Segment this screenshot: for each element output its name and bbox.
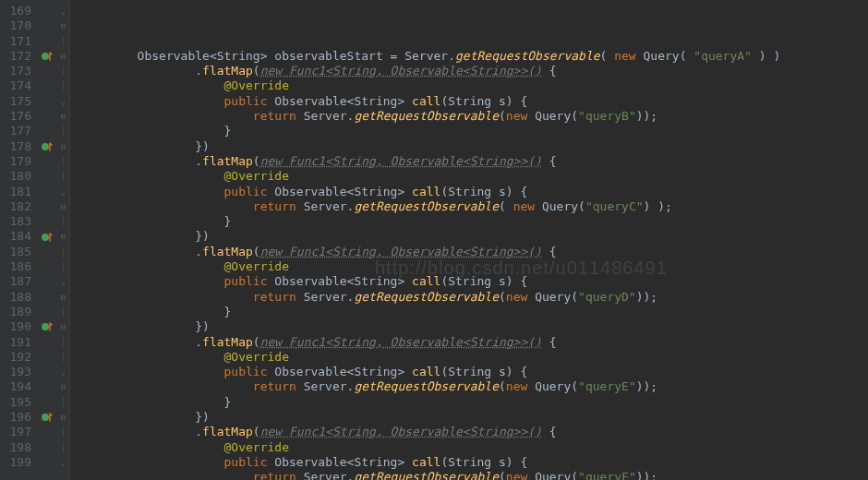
gutter-spacer bbox=[37, 18, 57, 33]
code-line[interactable]: return Server.getRequestObservable(new Q… bbox=[79, 470, 868, 480]
line-number[interactable]: 179 bbox=[0, 154, 31, 169]
code-line[interactable]: return Server.getRequestObservable( new … bbox=[79, 199, 868, 214]
gutter-spacer bbox=[37, 259, 57, 274]
fold-end-icon[interactable]: ⌄ bbox=[57, 365, 69, 379]
code-line[interactable]: return Server.getRequestObservable(new Q… bbox=[79, 109, 868, 124]
code-line[interactable]: }) bbox=[79, 319, 868, 334]
line-number[interactable]: 191 bbox=[0, 335, 31, 350]
token: Server. bbox=[304, 470, 355, 480]
code-line[interactable]: } bbox=[79, 305, 868, 319]
line-number[interactable]: 185 bbox=[0, 245, 31, 259]
token-kw: new bbox=[614, 49, 643, 63]
token: { bbox=[542, 245, 557, 258]
code-line[interactable]: public Observable<String> call(String s)… bbox=[79, 274, 868, 289]
line-number[interactable]: 198 bbox=[0, 440, 31, 455]
line-number[interactable]: 173 bbox=[0, 64, 31, 78]
line-number[interactable]: 192 bbox=[0, 350, 31, 365]
fold-end-icon[interactable]: ⌄ bbox=[57, 94, 69, 109]
line-number[interactable]: 184 bbox=[0, 229, 31, 244]
fold-expanded-icon[interactable]: ⊟ bbox=[57, 199, 69, 214]
line-number[interactable]: 195 bbox=[0, 395, 31, 410]
code-line[interactable]: public Observable<String> call(String s)… bbox=[79, 185, 868, 199]
fold-end-icon[interactable]: ⌄ bbox=[57, 274, 69, 289]
override-gutter-icon[interactable] bbox=[37, 229, 57, 244]
code-line[interactable]: } bbox=[79, 395, 868, 410]
code-line[interactable]: .flatMap(new Func1<String, Observable<St… bbox=[79, 64, 868, 78]
line-number[interactable]: 170 bbox=[0, 18, 31, 33]
fold-expanded-icon[interactable]: ⊟ bbox=[57, 410, 69, 425]
gutter-spacer bbox=[37, 185, 57, 199]
gutter-spacer bbox=[37, 78, 57, 93]
token bbox=[79, 365, 224, 378]
fold-end-icon[interactable]: ⌄ bbox=[57, 4, 69, 18]
fold-expanded-icon[interactable]: ⊟ bbox=[57, 290, 69, 305]
fold-expanded-icon[interactable]: ⊟ bbox=[57, 319, 69, 334]
code-line[interactable]: return Server.getRequestObservable(new Q… bbox=[79, 379, 868, 394]
line-number[interactable]: 197 bbox=[0, 425, 31, 439]
line-number[interactable]: 174 bbox=[0, 78, 31, 93]
fold-guide: │ bbox=[57, 154, 69, 169]
fold-expanded-icon[interactable]: ⊟ bbox=[57, 49, 69, 64]
line-number[interactable]: 183 bbox=[0, 214, 31, 229]
code-line[interactable]: .flatMap(new Func1<String, Observable<St… bbox=[79, 245, 868, 259]
code-line[interactable]: } bbox=[79, 124, 868, 138]
code-line[interactable]: }) bbox=[79, 139, 868, 154]
code-line[interactable]: }) bbox=[79, 410, 868, 425]
code-line[interactable]: Observable<String> observableStart = Ser… bbox=[79, 49, 868, 64]
code-line[interactable]: .flatMap(new Func1<String, Observable<St… bbox=[79, 154, 868, 169]
line-number[interactable]: 181 bbox=[0, 185, 31, 199]
fold-end-icon[interactable]: ⌄ bbox=[57, 455, 69, 470]
gutter-spacer bbox=[37, 440, 57, 455]
line-number[interactable]: 169 bbox=[0, 4, 31, 18]
code-line[interactable]: public Observable<String> call(String s)… bbox=[79, 365, 868, 379]
token: Observable<String> bbox=[274, 365, 412, 378]
code-area[interactable]: http://blog.csdn.net/u011486491 Observab… bbox=[70, 0, 868, 480]
fold-expanded-icon[interactable]: ⊟ bbox=[57, 109, 69, 124]
code-line[interactable]: .flatMap(new Func1<String, Observable<St… bbox=[79, 425, 868, 439]
fold-end-icon[interactable]: ⌄ bbox=[57, 185, 69, 199]
fold-expanded-icon[interactable]: ⊟ bbox=[57, 229, 69, 244]
fold-expanded-icon[interactable]: ⊟ bbox=[57, 379, 69, 394]
code-line[interactable]: @Override bbox=[79, 440, 868, 455]
token: ( bbox=[499, 379, 506, 393]
code-line[interactable]: @Override bbox=[79, 78, 868, 93]
line-number[interactable]: 171 bbox=[0, 34, 31, 49]
code-line[interactable]: }) bbox=[79, 229, 868, 244]
line-number[interactable]: 199 bbox=[0, 455, 31, 470]
line-number[interactable]: 175 bbox=[0, 94, 31, 109]
line-number[interactable]: 196 bbox=[0, 410, 31, 425]
code-line[interactable]: @Override bbox=[79, 259, 868, 274]
fold-expanded-icon[interactable]: ⊟ bbox=[57, 139, 69, 154]
override-gutter-icon[interactable] bbox=[37, 410, 57, 425]
line-number[interactable]: 177 bbox=[0, 124, 31, 138]
line-number[interactable]: 190 bbox=[0, 319, 31, 334]
line-number[interactable]: 180 bbox=[0, 169, 31, 184]
line-number[interactable]: 189 bbox=[0, 305, 31, 319]
code-line[interactable]: return Server.getRequestObservable(new Q… bbox=[79, 290, 868, 305]
code-line[interactable]: @Override bbox=[79, 350, 868, 365]
token bbox=[79, 259, 224, 273]
token-kw: public bbox=[224, 455, 275, 469]
code-line[interactable]: } bbox=[79, 214, 868, 229]
line-number[interactable]: 187 bbox=[0, 274, 31, 289]
line-number[interactable]: 172 bbox=[0, 49, 31, 64]
token: . bbox=[79, 154, 202, 168]
line-number[interactable]: 194 bbox=[0, 379, 31, 394]
fold-expanded-icon[interactable]: ⊟ bbox=[57, 18, 69, 33]
code-line[interactable]: @Override bbox=[79, 169, 868, 184]
line-number[interactable]: 178 bbox=[0, 139, 31, 154]
override-gutter-icon[interactable] bbox=[37, 49, 57, 64]
line-number[interactable]: 193 bbox=[0, 365, 31, 379]
line-number[interactable]: 182 bbox=[0, 199, 31, 214]
code-line[interactable]: .flatMap(new Func1<String, Observable<St… bbox=[79, 335, 868, 350]
override-gutter-icon[interactable] bbox=[37, 319, 57, 334]
override-gutter-icon[interactable] bbox=[37, 139, 57, 154]
token bbox=[79, 290, 253, 304]
code-line[interactable]: public Observable<String> call(String s)… bbox=[79, 94, 868, 109]
token: Server. bbox=[304, 109, 355, 123]
token: Query( bbox=[535, 379, 578, 393]
line-number[interactable]: 176 bbox=[0, 109, 31, 124]
code-line[interactable]: public Observable<String> call(String s)… bbox=[79, 455, 868, 470]
line-number[interactable]: 188 bbox=[0, 290, 31, 305]
line-number[interactable]: 186 bbox=[0, 259, 31, 274]
